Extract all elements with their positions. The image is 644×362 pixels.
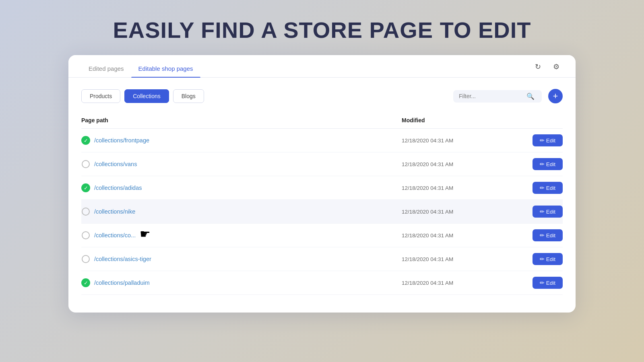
collections-button[interactable]: Collections <box>124 89 169 103</box>
page-path-link[interactable]: /collections/adidas <box>94 185 142 191</box>
tab-editable-shop-pages[interactable]: Editable shop pages <box>131 59 200 77</box>
action-cell: ✏ Edit <box>514 200 563 223</box>
hero-title: EASILY FIND A STORE PAGE TO EDIT <box>0 0 644 55</box>
filter-input-wrap: 🔍 <box>453 90 542 103</box>
table-row: ✓ /collections/palladuim 12/18/2020 04:3… <box>81 271 563 295</box>
status-inactive-icon <box>81 255 90 263</box>
page-path-cell: ✓ /collections/palladuim <box>81 273 402 293</box>
add-button[interactable]: + <box>548 89 563 103</box>
page-path-link[interactable]: /collections/asics-tiger <box>94 256 151 262</box>
status-active-icon: ✓ <box>81 136 90 145</box>
status-inactive-icon <box>81 231 90 240</box>
settings-icon[interactable]: ⚙ <box>550 60 563 73</box>
header-page-path: Page path <box>81 115 402 125</box>
search-icon[interactable]: 🔍 <box>526 93 535 100</box>
edit-button[interactable]: ✏ Edit <box>533 134 563 146</box>
table-header: Page path Modified <box>81 112 563 129</box>
table-row: /collections/vans 12/18/2020 04:31 AM ✏ … <box>81 152 563 176</box>
tab-edited-pages[interactable]: Edited pages <box>81 59 131 77</box>
modified-cell: 12/18/2020 04:31 AM <box>402 227 514 244</box>
tab-icons-area: ↻ ⚙ <box>531 60 563 77</box>
app-window: Edited pages Editable shop pages ↻ ⚙ Pro… <box>68 55 576 313</box>
refresh-icon[interactable]: ↻ <box>531 60 544 73</box>
modified-cell: 12/18/2020 04:31 AM <box>402 179 514 197</box>
action-cell: ✏ Edit <box>514 224 563 247</box>
modified-cell: 12/18/2020 04:31 AM <box>402 203 514 220</box>
edit-button[interactable]: ✏ Edit <box>533 277 563 289</box>
blogs-button[interactable]: Blogs <box>173 89 204 103</box>
page-path-link[interactable]: /collections/co... <box>94 232 136 239</box>
page-path-cell: /collections/nike <box>81 202 402 222</box>
modified-cell: 12/18/2020 04:31 AM <box>402 251 514 268</box>
status-inactive-icon <box>81 160 90 169</box>
page-path-link[interactable]: /collections/frontpage <box>94 137 149 144</box>
edit-button[interactable]: ✏ Edit <box>533 158 563 170</box>
status-active-icon: ✓ <box>81 183 90 192</box>
action-cell: ✏ Edit <box>514 176 563 200</box>
page-path-link[interactable]: /collections/vans <box>94 161 137 167</box>
page-path-cell: /collections/vans <box>81 154 402 174</box>
main-content: Products Collections Blogs 🔍 + Page path… <box>68 78 576 313</box>
page-path-cell: /collections/asics-tiger <box>81 249 402 269</box>
tab-bar: Edited pages Editable shop pages ↻ ⚙ <box>68 55 576 78</box>
edit-button[interactable]: ✏ Edit <box>533 229 563 241</box>
action-cell: ✏ Edit <box>514 152 563 176</box>
header-action <box>514 115 563 125</box>
action-cell: ✏ Edit <box>514 129 563 152</box>
filter-row: Products Collections Blogs 🔍 + <box>81 89 563 103</box>
edit-button[interactable]: ✏ Edit <box>533 182 563 194</box>
page-path-cell: /collections/co... <box>81 225 402 245</box>
page-path-link[interactable]: /collections/nike <box>94 208 135 215</box>
table-body: ✓ /collections/frontpage 12/18/2020 04:3… <box>81 129 563 295</box>
page-path-link[interactable]: /collections/palladuim <box>94 280 150 286</box>
page-path-cell: ✓ /collections/frontpage <box>81 130 402 150</box>
page-path-cell: ✓ /collections/adidas <box>81 178 402 198</box>
table-row: /collections/co... 12/18/2020 04:31 AM ✏… <box>81 224 563 247</box>
status-inactive-icon <box>81 207 90 216</box>
edit-button[interactable]: ✏ Edit <box>533 253 563 265</box>
table-row: ✓ /collections/adidas 12/18/2020 04:31 A… <box>81 176 563 200</box>
table-row: /collections/nike 12/18/2020 04:31 AM ✏ … <box>81 200 563 224</box>
products-button[interactable]: Products <box>81 89 120 103</box>
action-cell: ✏ Edit <box>514 247 563 271</box>
modified-cell: 12/18/2020 04:31 AM <box>402 132 514 149</box>
modified-cell: 12/18/2020 04:31 AM <box>402 156 514 173</box>
table-row: ✓ /collections/frontpage 12/18/2020 04:3… <box>81 129 563 152</box>
table-row: /collections/asics-tiger 12/18/2020 04:3… <box>81 247 563 271</box>
status-active-icon: ✓ <box>81 278 90 287</box>
header-modified: Modified <box>402 115 514 125</box>
edit-button[interactable]: ✏ Edit <box>533 206 563 218</box>
modified-cell: 12/18/2020 04:31 AM <box>402 274 514 292</box>
filter-input[interactable] <box>459 93 523 99</box>
action-cell: ✏ Edit <box>514 271 563 294</box>
